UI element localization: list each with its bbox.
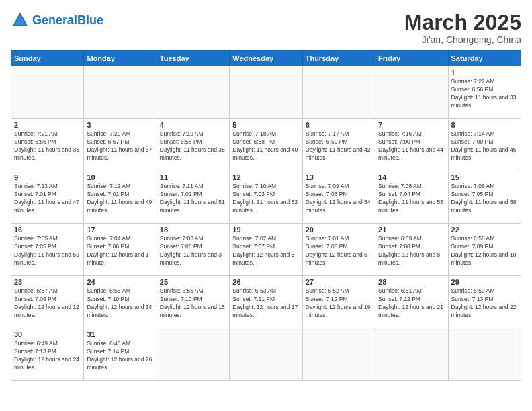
week-row-4: 16 Sunrise: 7:05 AMSunset: 7:05 PMDaylig… — [11, 224, 521, 276]
day-14: 14 Sunrise: 7:08 AMSunset: 7:04 PMDaylig… — [375, 171, 448, 224]
header-monday: Monday — [84, 51, 157, 66]
day-20: 20 Sunrise: 7:01 AMSunset: 7:08 PMDaylig… — [302, 224, 375, 276]
week-row-1: 1 Sunrise: 7:22 AM Sunset: 6:56 PM Dayli… — [11, 66, 521, 119]
week-row-6: 30 Sunrise: 6:49 AMSunset: 7:13 PMDaylig… — [11, 328, 521, 381]
header-sunday: Sunday — [11, 51, 84, 66]
empty-cell — [448, 328, 521, 381]
empty-cell — [375, 328, 448, 381]
header-tuesday: Tuesday — [157, 51, 229, 66]
week-row-5: 23 Sunrise: 6:57 AMSunset: 7:09 PMDaylig… — [11, 276, 521, 328]
logo-text: GeneralBlue — [32, 14, 103, 27]
day-1: 1 Sunrise: 7:22 AM Sunset: 6:56 PM Dayli… — [448, 66, 521, 119]
day-29: 29 Sunrise: 6:50 AMSunset: 7:13 PMDaylig… — [448, 276, 521, 328]
title-area: March 2025 Ji'an, Chongqing, China — [404, 11, 521, 45]
empty-cell — [302, 66, 375, 119]
weekday-header-row: Sunday Monday Tuesday Wednesday Thursday… — [11, 51, 521, 66]
day-28: 28 Sunrise: 6:51 AMSunset: 7:12 PMDaylig… — [375, 276, 448, 328]
day-24: 24 Sunrise: 6:56 AMSunset: 7:10 PMDaylig… — [84, 276, 157, 328]
location: Ji'an, Chongqing, China — [404, 34, 521, 45]
empty-cell — [84, 66, 157, 119]
day-12: 12 Sunrise: 7:10 AMSunset: 7:03 PMDaylig… — [230, 171, 302, 224]
day-21: 21 Sunrise: 6:59 AMSunset: 7:08 PMDaylig… — [375, 224, 448, 276]
day-22: 22 Sunrise: 6:58 AMSunset: 7:09 PMDaylig… — [448, 224, 521, 276]
day-9: 9 Sunrise: 7:13 AMSunset: 7:01 PMDayligh… — [11, 171, 84, 224]
day-30: 30 Sunrise: 6:49 AMSunset: 7:13 PMDaylig… — [11, 328, 84, 381]
empty-cell — [157, 66, 229, 119]
header: GeneralBlue March 2025 Ji'an, Chongqing,… — [11, 11, 521, 45]
empty-cell — [230, 66, 302, 119]
header-wednesday: Wednesday — [230, 51, 302, 66]
day-25: 25 Sunrise: 6:55 AMSunset: 7:10 PMDaylig… — [157, 276, 229, 328]
day-16: 16 Sunrise: 7:05 AMSunset: 7:05 PMDaylig… — [11, 224, 84, 276]
month-title: March 2025 — [404, 11, 521, 34]
calendar-page: GeneralBlue March 2025 Ji'an, Chongqing,… — [0, 0, 532, 411]
calendar-table: Sunday Monday Tuesday Wednesday Thursday… — [11, 50, 521, 381]
day-23: 23 Sunrise: 6:57 AMSunset: 7:09 PMDaylig… — [11, 276, 84, 328]
day-27: 27 Sunrise: 6:52 AMSunset: 7:12 PMDaylig… — [302, 276, 375, 328]
day-8: 8 Sunrise: 7:14 AMSunset: 7:00 PMDayligh… — [448, 119, 521, 171]
day-2: 2 Sunrise: 7:21 AMSunset: 6:56 PMDayligh… — [11, 119, 84, 171]
logo: GeneralBlue — [11, 11, 103, 30]
logo-icon — [11, 11, 30, 30]
day-10: 10 Sunrise: 7:12 AMSunset: 7:01 PMDaylig… — [84, 171, 157, 224]
day-19: 19 Sunrise: 7:02 AMSunset: 7:07 PMDaylig… — [230, 224, 302, 276]
day-15: 15 Sunrise: 7:06 AMSunset: 7:05 PMDaylig… — [448, 171, 521, 224]
day-13: 13 Sunrise: 7:09 AMSunset: 7:03 PMDaylig… — [302, 171, 375, 224]
day-5: 5 Sunrise: 7:18 AMSunset: 6:58 PMDayligh… — [230, 119, 302, 171]
day-31: 31 Sunrise: 6:48 AMSunset: 7:14 PMDaylig… — [84, 328, 157, 381]
empty-cell — [230, 328, 302, 381]
day-11: 11 Sunrise: 7:11 AMSunset: 7:02 PMDaylig… — [157, 171, 229, 224]
day-26: 26 Sunrise: 6:53 AMSunset: 7:11 PMDaylig… — [230, 276, 302, 328]
empty-cell — [11, 66, 84, 119]
day-18: 18 Sunrise: 7:03 AMSunset: 7:06 PMDaylig… — [157, 224, 229, 276]
week-row-2: 2 Sunrise: 7:21 AMSunset: 6:56 PMDayligh… — [11, 119, 521, 171]
empty-cell — [375, 66, 448, 119]
empty-cell — [157, 328, 229, 381]
day-3: 3 Sunrise: 7:20 AMSunset: 6:57 PMDayligh… — [84, 119, 157, 171]
header-friday: Friday — [375, 51, 448, 66]
day-7: 7 Sunrise: 7:16 AMSunset: 7:00 PMDayligh… — [375, 119, 448, 171]
day-17: 17 Sunrise: 7:04 AMSunset: 7:06 PMDaylig… — [84, 224, 157, 276]
day-6: 6 Sunrise: 7:17 AMSunset: 6:59 PMDayligh… — [302, 119, 375, 171]
empty-cell — [302, 328, 375, 381]
header-thursday: Thursday — [302, 51, 375, 66]
day-4: 4 Sunrise: 7:19 AMSunset: 6:58 PMDayligh… — [157, 119, 229, 171]
header-saturday: Saturday — [448, 51, 521, 66]
week-row-3: 9 Sunrise: 7:13 AMSunset: 7:01 PMDayligh… — [11, 171, 521, 224]
